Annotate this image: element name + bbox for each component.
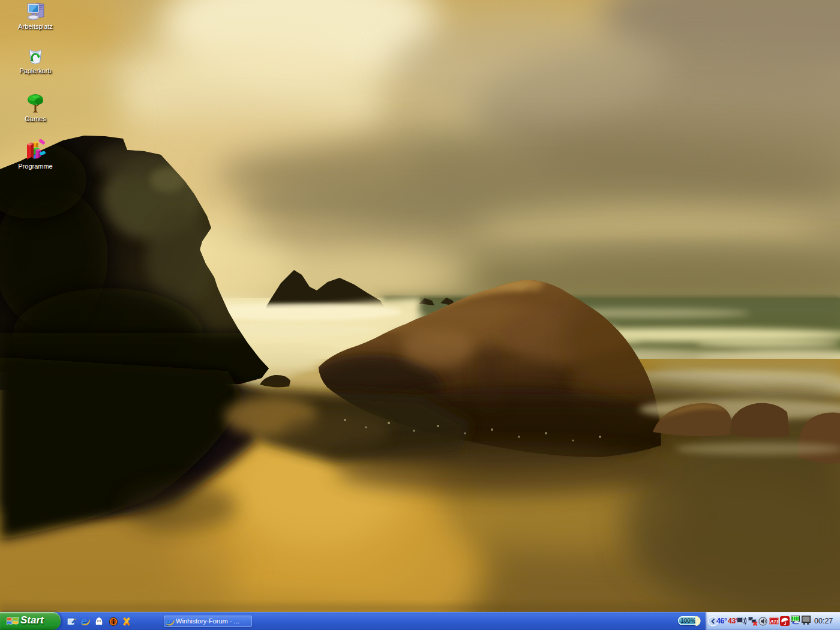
svg-text:ATI: ATI bbox=[770, 619, 779, 625]
svg-text:chat: chat bbox=[125, 622, 130, 625]
